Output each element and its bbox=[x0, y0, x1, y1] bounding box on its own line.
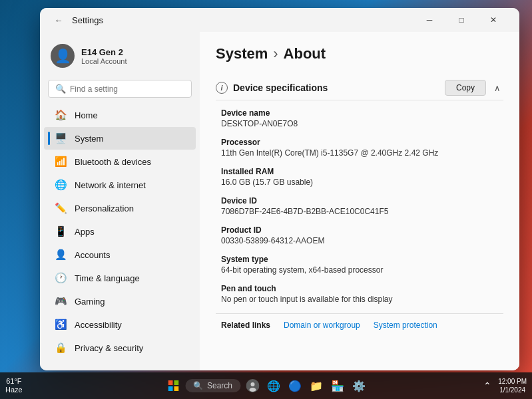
network-icon[interactable]: 🌐 bbox=[264, 376, 283, 395]
sidebar-item-accessibility[interactable]: ♿ Accessibility bbox=[44, 313, 196, 336]
taskbar-avatar-icon bbox=[246, 379, 259, 392]
spec-row: Installed RAM 16.0 GB (15.7 GB usable) bbox=[216, 164, 503, 194]
svg-point-6 bbox=[249, 388, 256, 392]
gaming-icon: 🎮 bbox=[55, 295, 67, 307]
avatar: 👤 bbox=[51, 44, 75, 68]
bluetooth-icon: 📶 bbox=[55, 156, 67, 168]
privacy-icon: 🔒 bbox=[55, 342, 67, 354]
device-specs-header: i Device specifications Copy ∧ bbox=[216, 73, 503, 100]
folder-icon[interactable]: 📁 bbox=[307, 376, 326, 395]
spec-label: Device ID bbox=[221, 196, 498, 205]
minimize-button[interactable]: ─ bbox=[414, 10, 445, 30]
sidebar-item-label: System bbox=[75, 134, 103, 144]
search-box[interactable]: 🔍 bbox=[48, 80, 192, 98]
taskbar-search[interactable]: 🔍 Search bbox=[185, 379, 240, 392]
spec-value: 16.0 GB (15.7 GB usable) bbox=[221, 178, 498, 187]
sidebar-item-label: Gaming bbox=[75, 297, 105, 307]
sidebar-item-personalization[interactable]: ✏️ Personalization bbox=[44, 197, 196, 219]
sidebar-item-label: Bluetooth & devices bbox=[75, 157, 151, 167]
sidebar-item-label: Accounts bbox=[75, 250, 110, 260]
tray-time: 12:00 PM 1/1/2024 bbox=[498, 377, 527, 394]
spec-table: Device name DESKTOP-AN0E7O8 Processor 11… bbox=[216, 106, 503, 311]
taskbar-search-label: Search bbox=[207, 381, 232, 390]
sidebar-item-bluetooth[interactable]: 📶 Bluetooth & devices bbox=[44, 150, 196, 173]
sidebar-item-label: Accessibility bbox=[75, 320, 122, 330]
sidebar-item-system[interactable]: 🖥️ System bbox=[44, 127, 196, 150]
spec-label: Processor bbox=[221, 138, 498, 147]
spec-row: Device ID 7086D7BF-24E6-4B7D-B2BB-ACE10C… bbox=[216, 194, 503, 223]
account-type: Local Account bbox=[81, 57, 127, 65]
taskbar-left: 61°F Haze bbox=[5, 377, 23, 394]
store-icon[interactable]: 🏪 bbox=[328, 376, 347, 395]
svg-rect-1 bbox=[174, 380, 178, 385]
search-input[interactable] bbox=[70, 84, 184, 94]
sidebar-item-network[interactable]: 🌐 Network & internet bbox=[44, 174, 196, 196]
svg-rect-0 bbox=[168, 380, 172, 385]
breadcrumb-separator: › bbox=[273, 45, 278, 63]
related-links-bar: Related links Domain or workgroupSystem … bbox=[216, 313, 503, 332]
sidebar-item-label: Time & language bbox=[75, 273, 140, 283]
window-controls: ─ □ ✕ bbox=[414, 10, 509, 30]
related-links-label: Related links bbox=[221, 321, 270, 330]
window-title: Settings bbox=[72, 15, 103, 25]
account-info: E14 Gen 2 Local Account bbox=[81, 47, 127, 65]
sidebar-item-privacy[interactable]: 🔒 Privacy & security bbox=[44, 336, 196, 359]
taskbar-center: 🔍 Search 🌐 🔵 📁 🏪 ⚙️ bbox=[164, 376, 368, 395]
network-icon: 🌐 bbox=[55, 179, 67, 191]
spec-label: System type bbox=[221, 255, 498, 264]
related-links-container: Domain or workgroupSystem protection bbox=[284, 321, 437, 330]
start-button[interactable] bbox=[164, 376, 182, 395]
windows-icon bbox=[168, 380, 178, 391]
sidebar-item-label: Personalization bbox=[75, 203, 134, 213]
title-bar: ← Settings ─ □ ✕ bbox=[40, 8, 519, 32]
sidebar-item-apps[interactable]: 📱 Apps bbox=[44, 220, 196, 243]
tray-icons: ⌃ bbox=[481, 379, 494, 392]
search-icon: 🔍 bbox=[55, 84, 66, 94]
breadcrumb: System › About bbox=[216, 45, 503, 63]
account-section: 👤 E14 Gen 2 Local Account bbox=[40, 37, 200, 74]
back-button[interactable]: ← bbox=[51, 12, 67, 28]
sidebar: 👤 E14 Gen 2 Local Account 🔍 🏠 Home 🖥️ Sy… bbox=[40, 32, 200, 370]
accessibility-icon: ♿ bbox=[55, 319, 67, 331]
settings-body: 👤 E14 Gen 2 Local Account 🔍 🏠 Home 🖥️ Sy… bbox=[40, 32, 519, 370]
taskbar: 61°F Haze 🔍 Search 🌐 🔵 📁 🏪 bbox=[0, 372, 532, 399]
personalization-icon: ✏️ bbox=[55, 202, 67, 214]
maximize-button[interactable]: □ bbox=[446, 10, 477, 30]
breadcrumb-parent: System bbox=[216, 45, 268, 63]
sidebar-item-gaming[interactable]: 🎮 Gaming bbox=[44, 290, 196, 313]
info-icon: i bbox=[216, 82, 228, 94]
chevron-up-button[interactable]: ∧ bbox=[491, 80, 503, 96]
spec-value: 64-bit operating system, x64-based proce… bbox=[221, 265, 498, 275]
weather-temp: 61°F bbox=[5, 377, 23, 386]
taskbar-avatar[interactable] bbox=[243, 376, 262, 395]
svg-rect-3 bbox=[174, 386, 178, 391]
sidebar-item-label: Privacy & security bbox=[75, 343, 143, 353]
spec-value: No pen or touch input is available for t… bbox=[221, 295, 498, 304]
related-link[interactable]: Domain or workgroup bbox=[284, 321, 360, 330]
clock-date: 1/1/2024 bbox=[498, 386, 527, 394]
close-button[interactable]: ✕ bbox=[478, 10, 509, 30]
edge-icon[interactable]: 🔵 bbox=[286, 376, 304, 395]
nav-menu: 🏠 Home 🖥️ System 📶 Bluetooth & devices 🌐… bbox=[40, 103, 200, 360]
settings-window: ← Settings ─ □ ✕ 👤 E14 Gen 2 Local Accou… bbox=[40, 8, 519, 370]
apps-icon: 📱 bbox=[55, 225, 67, 237]
settings-icon[interactable]: ⚙️ bbox=[350, 376, 368, 395]
spec-value: DESKTOP-AN0E7O8 bbox=[221, 119, 498, 128]
sidebar-item-home[interactable]: 🏠 Home bbox=[44, 104, 196, 126]
accounts-icon: 👤 bbox=[55, 249, 67, 261]
spec-label: Device name bbox=[221, 108, 498, 118]
sidebar-item-time[interactable]: 🕐 Time & language bbox=[44, 267, 196, 289]
spec-row: System type 64-bit operating system, x64… bbox=[216, 252, 503, 281]
sidebar-item-label: Home bbox=[75, 110, 98, 120]
system-icon: 🖥️ bbox=[55, 132, 67, 144]
home-icon: 🏠 bbox=[55, 109, 67, 121]
breadcrumb-current: About bbox=[284, 45, 326, 63]
spec-row: Pen and touch No pen or touch input is a… bbox=[216, 281, 503, 311]
spec-row: Device name DESKTOP-AN0E7O8 bbox=[216, 106, 503, 135]
copy-button[interactable]: Copy bbox=[445, 80, 486, 96]
taskbar-search-icon: 🔍 bbox=[193, 381, 203, 390]
taskbar-right: ⌃ 12:00 PM 1/1/2024 bbox=[481, 377, 527, 394]
svg-rect-2 bbox=[168, 386, 172, 391]
sidebar-item-accounts[interactable]: 👤 Accounts bbox=[44, 243, 196, 266]
related-link[interactable]: System protection bbox=[374, 321, 437, 330]
